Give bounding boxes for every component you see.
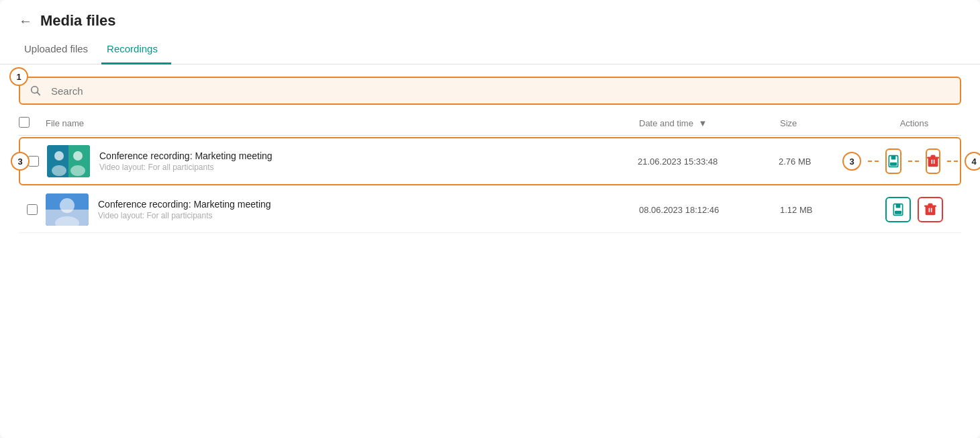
search-bar — [19, 77, 961, 105]
svg-point-4 — [54, 151, 64, 161]
row-2-size: 1.12 MB — [780, 205, 867, 215]
row-1-delete-button[interactable] — [926, 148, 940, 174]
svg-rect-15 — [931, 155, 936, 157]
svg-rect-25 — [931, 208, 932, 213]
dashed-connector-4b — [947, 161, 958, 162]
row-1-actions: 3 — [866, 148, 960, 174]
svg-point-5 — [52, 165, 66, 176]
col-header-filename: File name — [46, 118, 639, 128]
row-1-save-button[interactable] — [885, 148, 901, 174]
tab-recordings[interactable]: Recordings — [101, 36, 171, 64]
svg-rect-9 — [891, 156, 896, 160]
row-1-checkbox[interactable] — [28, 156, 39, 167]
tabs-bar: Uploaded files Recordings — [0, 36, 980, 64]
row-1-filename: Conference recording: Marketing meeting — [99, 150, 273, 161]
row-1-datetime: 21.06.2023 15:33:48 — [638, 157, 779, 167]
file-table-container: File name Date and time ▼ Size Actions 3 — [0, 112, 980, 233]
table-row: 3 Confe — [19, 137, 961, 185]
search-section: 1 — [0, 64, 980, 112]
sort-icon[interactable]: ▼ — [699, 118, 707, 128]
row-2-datetime: 08.06.2023 18:12:46 — [639, 205, 780, 215]
header-checkbox-cell[interactable] — [19, 117, 46, 130]
row-2-name: Conference recording: Marketing meeting … — [46, 193, 639, 226]
svg-line-1 — [37, 92, 40, 95]
row-2-checkbox[interactable] — [27, 204, 38, 215]
dashed-connector-4 — [908, 161, 919, 162]
svg-rect-10 — [890, 163, 897, 166]
svg-point-7 — [70, 165, 85, 176]
svg-rect-21 — [896, 204, 901, 208]
back-button[interactable]: ← — [19, 13, 32, 29]
svg-rect-23 — [926, 206, 936, 215]
svg-point-6 — [73, 151, 83, 161]
col-header-datetime: Date and time ▼ — [639, 118, 780, 128]
row-2-thumbnail — [46, 193, 89, 226]
row-checkbox-2[interactable] — [19, 204, 46, 215]
select-all-checkbox[interactable] — [19, 117, 30, 128]
row-1-thumbnail — [47, 145, 90, 177]
row-2-actions — [867, 197, 961, 222]
search-input[interactable] — [48, 79, 960, 103]
table-row: Conference recording: Marketing meeting … — [19, 187, 961, 233]
row-2-delete-button[interactable] — [918, 197, 943, 222]
svg-rect-13 — [934, 160, 935, 165]
row-2-save-button[interactable] — [885, 197, 911, 222]
svg-rect-22 — [895, 211, 901, 214]
table-header: File name Date and time ▼ Size Actions — [19, 112, 961, 136]
col-header-actions: Actions — [867, 118, 961, 128]
row-1-name: Conference recording: Marketing meeting … — [47, 145, 638, 177]
svg-rect-27 — [928, 204, 933, 206]
annotation-badge-3: 3 — [842, 152, 861, 171]
col-header-size: Size — [780, 118, 867, 128]
annotation-badge-2: 3 — [11, 152, 30, 171]
page-title: Media files — [40, 12, 115, 30]
dashed-connector-3 — [868, 161, 879, 162]
svg-rect-24 — [929, 208, 930, 213]
annotation-badge-1: 1 — [9, 67, 28, 86]
annotation-badge-4: 4 — [965, 152, 980, 171]
svg-point-18 — [60, 198, 75, 213]
svg-rect-11 — [928, 158, 938, 167]
tab-uploaded-files[interactable]: Uploaded files — [19, 36, 101, 64]
row-2-filename: Conference recording: Marketing meeting — [98, 199, 271, 210]
row-1-sublabel: Video layout: For all participants — [99, 163, 273, 172]
svg-rect-12 — [932, 160, 933, 165]
row-2-sublabel: Video layout: For all participants — [98, 211, 271, 220]
